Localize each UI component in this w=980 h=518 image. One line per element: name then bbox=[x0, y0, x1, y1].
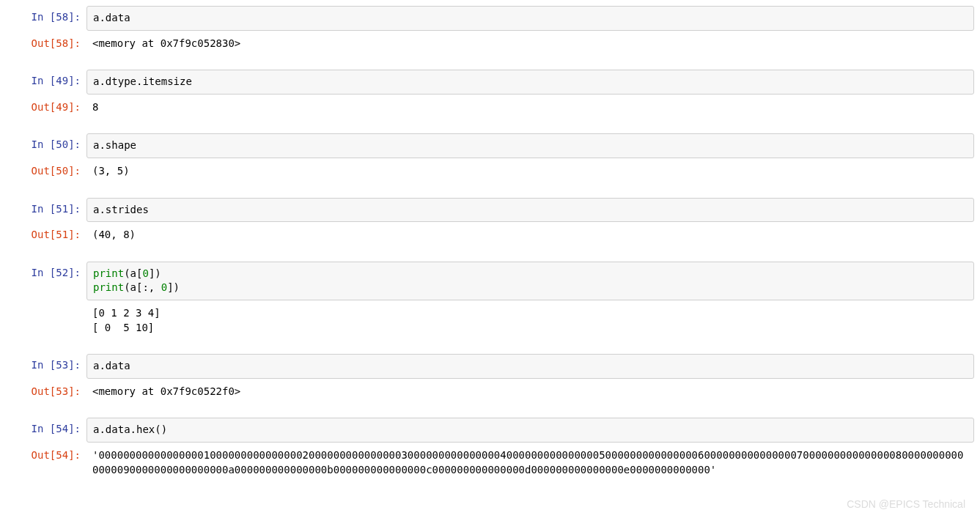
out-label: Out[50]: bbox=[32, 165, 81, 177]
code-cell: In [52]: print(a[0]) print(a[:, 0]) bbox=[6, 262, 974, 302]
output-cell: Out[51]: (40, 8) bbox=[6, 223, 974, 251]
output-prompt bbox=[6, 302, 86, 344]
in-label: In [51]: bbox=[32, 203, 81, 215]
output-prompt: Out[58]: bbox=[6, 32, 86, 60]
code-cell: In [49]: a.dtype.itemsize bbox=[6, 70, 974, 96]
input-prompt: In [49]: bbox=[6, 70, 86, 96]
code-input[interactable]: a.dtype.itemsize bbox=[86, 70, 974, 95]
in-label: In [53]: bbox=[32, 359, 81, 371]
code-cell: In [54]: a.data.hex() bbox=[6, 418, 974, 444]
in-label: In [52]: bbox=[32, 267, 81, 278]
out-label: Out[53]: bbox=[32, 385, 81, 397]
output-prompt: Out[49]: bbox=[6, 96, 86, 124]
output-cell: Out[49]: 8 bbox=[6, 96, 974, 124]
code-cell: In [53]: a.data bbox=[6, 354, 974, 380]
output-prompt: Out[50]: bbox=[6, 160, 86, 188]
in-label: In [50]: bbox=[32, 138, 81, 150]
output-prompt: Out[53]: bbox=[6, 380, 86, 408]
input-prompt: In [58]: bbox=[6, 6, 86, 32]
input-prompt: In [50]: bbox=[6, 133, 86, 160]
output-text: (40, 8) bbox=[86, 223, 974, 247]
code-cell: In [50]: a.shape bbox=[6, 133, 974, 160]
output-prompt: Out[54]: bbox=[6, 444, 86, 486]
stream-output: [0 1 2 3 4] [ 0 5 10] bbox=[86, 302, 974, 339]
output-text: '000000000000000001000000000000000200000… bbox=[86, 444, 974, 481]
code-cell: In [51]: a.strides bbox=[6, 198, 974, 224]
out-label: Out[58]: bbox=[32, 37, 81, 49]
input-prompt: In [54]: bbox=[6, 418, 86, 444]
code-input[interactable]: a.data bbox=[86, 354, 974, 379]
output-text: 8 bbox=[86, 96, 974, 119]
output-cell: Out[54]: '000000000000000001000000000000… bbox=[6, 444, 974, 486]
in-label: In [58]: bbox=[32, 11, 81, 23]
code-input[interactable]: a.data bbox=[86, 6, 974, 31]
code-input[interactable]: a.strides bbox=[86, 198, 974, 223]
input-prompt: In [53]: bbox=[6, 354, 86, 380]
output-text: <memory at 0x7f9c0522f0> bbox=[86, 380, 974, 404]
input-prompt: In [51]: bbox=[6, 198, 86, 224]
output-text: <memory at 0x7f9c052830> bbox=[86, 32, 974, 56]
output-prompt: Out[51]: bbox=[6, 223, 86, 251]
in-label: In [54]: bbox=[32, 423, 81, 434]
output-cell: Out[53]: <memory at 0x7f9c0522f0> bbox=[6, 380, 974, 408]
input-prompt: In [52]: bbox=[6, 262, 86, 302]
code-input[interactable]: a.shape bbox=[86, 133, 974, 158]
out-label: Out[54]: bbox=[32, 449, 81, 461]
out-label: Out[51]: bbox=[32, 229, 81, 240]
code-cell: In [58]: a.data bbox=[6, 6, 974, 32]
code-input[interactable]: print(a[0]) print(a[:, 0]) bbox=[86, 262, 974, 300]
in-label: In [49]: bbox=[32, 75, 81, 86]
output-cell: Out[50]: (3, 5) bbox=[6, 160, 974, 188]
out-label: Out[49]: bbox=[32, 101, 81, 113]
output-cell: Out[58]: <memory at 0x7f9c052830> bbox=[6, 32, 974, 60]
code-input[interactable]: a.data.hex() bbox=[86, 418, 974, 443]
output-text: (3, 5) bbox=[86, 160, 974, 183]
output-cell: [0 1 2 3 4] [ 0 5 10] bbox=[6, 302, 974, 344]
